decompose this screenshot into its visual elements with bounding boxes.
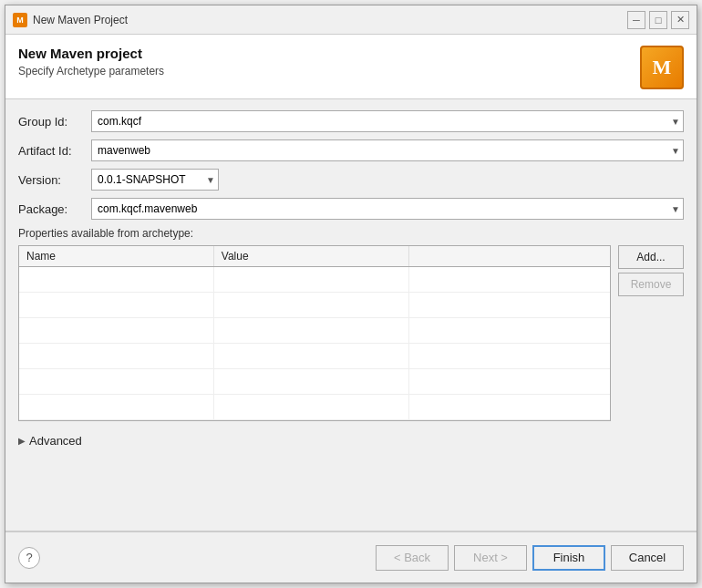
title-bar-icon: M	[13, 13, 27, 27]
table-cell-value	[214, 293, 409, 317]
table-row	[19, 318, 610, 344]
table-cell-extra	[409, 293, 610, 317]
title-bar-icon-text: M	[16, 15, 24, 25]
table-body	[19, 267, 610, 420]
artifact-id-wrapper: ▼	[91, 139, 684, 161]
group-id-wrapper: ▼	[91, 110, 684, 132]
table-cell-name	[19, 369, 214, 394]
group-id-label: Group Id:	[18, 115, 91, 129]
column-value-header: Value	[214, 246, 409, 266]
help-icon: ?	[26, 551, 32, 564]
table-cell-name	[19, 344, 214, 368]
finish-button[interactable]: Finish	[532, 545, 605, 571]
package-row: Package: ▼	[18, 198, 684, 220]
table-cell-name	[19, 318, 214, 343]
header-text: New Maven project Specify Archetype para…	[18, 46, 164, 77]
table-buttons: Add... Remove	[618, 245, 684, 421]
artifact-id-label: Artifact Id:	[18, 144, 91, 158]
table-section: Name Value	[18, 245, 684, 421]
maven-logo: M	[640, 46, 684, 89]
help-button[interactable]: ?	[18, 547, 40, 569]
content-area: Group Id: ▼ Artifact Id: ▼ Version: 0.0.…	[5, 99, 697, 531]
table-cell-extra	[409, 267, 610, 292]
table-row	[19, 395, 610, 420]
title-bar-controls: ─ □ ✕	[627, 11, 689, 29]
version-row: Version: 0.0.1-SNAPSHOT ▼	[18, 169, 684, 191]
advanced-section[interactable]: ▶ Advanced	[18, 430, 684, 451]
logo-text: M	[653, 56, 672, 79]
properties-table: Name Value	[18, 245, 611, 421]
group-id-row: Group Id: ▼	[18, 110, 684, 132]
table-cell-value	[214, 344, 409, 368]
version-label: Version:	[18, 173, 91, 187]
advanced-label: Advanced	[29, 434, 82, 448]
next-button[interactable]: Next >	[454, 545, 527, 571]
package-input[interactable]	[91, 198, 684, 220]
table-row	[19, 267, 610, 293]
advanced-arrow-icon: ▶	[18, 436, 26, 446]
column-extra-header	[409, 246, 610, 266]
table-cell-extra	[409, 395, 610, 419]
table-cell-value	[214, 318, 409, 343]
table-cell-extra	[409, 344, 610, 368]
dialog-window: M New Maven Project ─ □ ✕ New Maven proj…	[5, 5, 697, 583]
header-section: New Maven project Specify Archetype para…	[5, 35, 697, 99]
maximize-button[interactable]: □	[649, 11, 667, 29]
minimize-button[interactable]: ─	[627, 11, 645, 29]
table-cell-value	[214, 267, 409, 292]
artifact-id-row: Artifact Id: ▼	[18, 139, 684, 161]
properties-label: Properties available from archetype:	[18, 227, 684, 240]
version-select[interactable]: 0.0.1-SNAPSHOT	[91, 169, 219, 191]
back-button[interactable]: < Back	[376, 545, 449, 571]
add-button[interactable]: Add...	[618, 245, 684, 269]
table-row	[19, 344, 610, 369]
table-cell-value	[214, 395, 409, 419]
table-cell-name	[19, 395, 214, 419]
remove-button[interactable]: Remove	[618, 273, 684, 296]
table-cell-extra	[409, 369, 610, 394]
table-header: Name Value	[19, 246, 610, 267]
table-row	[19, 369, 610, 395]
header-subtitle: Specify Archetype parameters	[18, 65, 164, 77]
cancel-button[interactable]: Cancel	[611, 545, 684, 571]
package-label: Package:	[18, 202, 91, 216]
table-cell-name	[19, 267, 214, 292]
column-name-header: Name	[19, 246, 214, 266]
table-row	[19, 293, 610, 318]
package-wrapper: ▼	[91, 198, 684, 220]
footer-buttons: < Back Next > Finish Cancel	[376, 545, 684, 571]
title-bar: M New Maven Project ─ □ ✕	[5, 5, 697, 35]
table-cell-value	[214, 369, 409, 394]
footer: ? < Back Next > Finish Cancel	[5, 531, 697, 583]
table-cell-name	[19, 293, 214, 317]
header-title: New Maven project	[18, 46, 164, 61]
close-button[interactable]: ✕	[671, 11, 689, 29]
title-bar-text: New Maven Project	[33, 14, 627, 26]
group-id-input[interactable]	[91, 110, 684, 132]
artifact-id-input[interactable]	[91, 139, 684, 161]
version-select-wrapper: 0.0.1-SNAPSHOT ▼	[91, 169, 219, 191]
table-cell-extra	[409, 318, 610, 343]
